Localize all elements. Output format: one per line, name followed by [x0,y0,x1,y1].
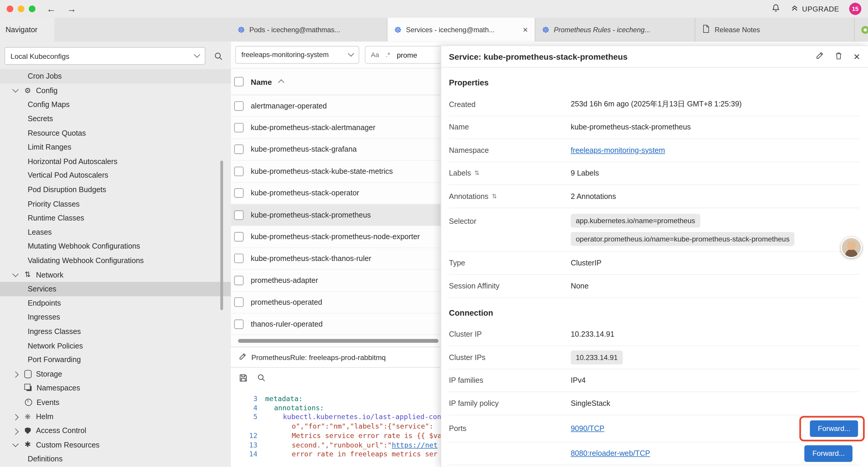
port-link[interactable]: 8080:reloader-web/TCP [571,449,650,458]
back-arrow-icon[interactable]: ← [46,4,56,13]
sidebar-item-label: Validating Webhook Configurations [28,257,144,265]
zoom-window-button[interactable] [29,6,35,12]
user-avatar[interactable] [841,237,862,258]
sidebar-item-config-maps[interactable]: Config Maps [0,97,231,112]
sidebar-item-mutating-webhook-configurations[interactable]: Mutating Webhook Configurations [0,239,231,254]
detail-value: IPv4 [571,376,859,384]
chevron-right-icon[interactable] [12,428,19,435]
delete-icon[interactable] [834,51,843,62]
sidebar-item-namespaces[interactable]: Namespaces [0,381,231,395]
sidebar-item-label: Cron Jobs [28,72,62,80]
edit-icon[interactable] [816,51,825,62]
forward-button[interactable]: Forward... [804,445,852,462]
port-link[interactable]: 9090/TCP [571,424,604,432]
tab-prometheus-rules[interactable]: ☸ Prometheus Rules - icecheng... [535,18,695,42]
sidebar-item-priority-classes[interactable]: Priority Classes [0,197,231,211]
sidebar-item-runtime-classes[interactable]: Runtime Classes [0,211,231,225]
search-icon[interactable] [210,48,226,64]
sidebar-item-leases[interactable]: Leases [0,225,231,239]
namespace-link[interactable]: freeleaps-monitoring-system [571,146,665,154]
forward-arrow-icon[interactable]: → [67,4,76,13]
minimize-window-button[interactable] [18,6,24,12]
sidebar-item-endpoints[interactable]: Endpoints [0,296,231,310]
tab-pods[interactable]: ☸ Pods - icecheng@mathmas... [231,18,387,42]
window-controls [0,6,35,12]
sidebar-item-secrets[interactable]: Secrets [0,112,231,126]
sidebar-item-ingress-classes[interactable]: Ingress Classes [0,324,231,339]
chevron-down-icon[interactable] [12,441,19,447]
sidebar-item-access-control[interactable]: Access Control [0,424,231,438]
namespace-filter-select[interactable]: freeleaps-monitoring-system [235,46,359,64]
sidebar-item-definitions[interactable]: Definitions [0,452,231,466]
chevron-right-icon[interactable] [12,414,19,420]
row-checkbox[interactable] [234,319,244,329]
clock-icon [23,399,33,406]
sidebar-item-vertical-pod-autoscalers[interactable]: Vertical Pod Autoscalers [0,169,231,183]
tab-release-notes[interactable]: Release Notes [695,18,855,42]
detail-value: 9 Labels [571,169,859,177]
sidebar-controls: Local Kubeconfigs [0,42,231,65]
close-tab-icon[interactable]: ✕ [518,26,528,33]
kubeconfig-selector[interactable]: Local Kubeconfigs [4,47,205,65]
search-icon[interactable] [257,373,266,384]
service-name: alertmanager-operated [251,102,327,110]
row-checkbox[interactable] [234,101,244,111]
row-checkbox[interactable] [234,145,244,154]
save-icon[interactable] [239,373,248,384]
regex-toggle[interactable]: .* [385,51,390,59]
detail-row-annotations: Annotations ⇅ 2 Annotations [449,185,859,208]
sidebar-scrollbar[interactable] [220,160,223,310]
row-checkbox[interactable] [234,298,244,307]
sidebar-item-horizontal-pod-autoscalers[interactable]: Horizontal Pod Autoscalers [0,154,231,169]
row-checkbox[interactable] [234,188,244,198]
close-icon[interactable]: ✕ [853,52,860,61]
detail-label: Cluster IPs [449,353,571,361]
tab-label: Release Notes [715,26,760,33]
sidebar-item-services[interactable]: Services [0,282,231,296]
sidebar-item-config[interactable]: ⚙Config [0,83,231,97]
close-window-button[interactable] [6,6,13,12]
sort-toggle-icon[interactable]: ⇅ [474,170,479,177]
row-checkbox[interactable] [234,276,244,285]
layers-icon [23,385,33,391]
sidebar-item-events[interactable]: Events [0,395,231,409]
chevron-down-icon[interactable] [12,87,19,93]
sidebar-item-cron-jobs[interactable]: Cron Jobs [0,69,231,83]
row-checkbox[interactable] [234,167,244,176]
sidebar-item-network[interactable]: ⇅Network [0,268,231,282]
sidebar-item-resource-quotas[interactable]: Resource Quotas [0,126,231,140]
detail-row-created: Created 253d 16h 6m ago (2025年1月13日 GMT+… [449,93,859,116]
bell-icon[interactable] [771,3,780,14]
column-header-name[interactable]: Name [251,77,272,86]
dock-tab-prometheusrule[interactable]: PrometheusRule: freeleaps-prod-rabbitmq [231,347,445,367]
tab-services[interactable]: ☸ Services - icecheng@math... ✕ [388,18,535,42]
upgrade-button[interactable]: UPGRADE [790,4,839,14]
tab-argo[interactable]: Argo S... [855,18,868,42]
detail-row-cluster-ip: Cluster IP 10.233.14.91 [449,323,859,346]
sidebar-item-validating-webhook-configurations[interactable]: Validating Webhook Configurations [0,254,231,268]
sidebar-item-storage[interactable]: Storage [0,367,231,381]
notification-count-badge[interactable]: 15 [849,3,861,15]
sidebar-item-label: Mutating Webhook Configurations [28,242,140,251]
row-checkbox[interactable] [234,232,244,241]
sidebar-item-network-policies[interactable]: Network Policies [0,339,231,353]
selector-badge: app.kubernetes.io/name=prometheus [571,213,700,227]
chevron-down-icon[interactable] [12,271,19,277]
row-checkbox[interactable] [234,123,244,133]
detail-label: Name [449,123,571,131]
sidebar-item-helm[interactable]: ⎈Helm [0,409,231,424]
select-all-checkbox[interactable] [234,77,244,86]
sort-ascending-icon[interactable] [278,80,284,86]
sidebar-item-ingresses[interactable]: Ingresses [0,310,231,324]
sidebar-item-limit-ranges[interactable]: Limit Ranges [0,140,231,154]
chevron-right-icon[interactable] [12,372,19,378]
row-checkbox[interactable] [234,210,244,220]
sidebar-item-port-forwarding[interactable]: Port Forwarding [0,353,231,367]
sort-toggle-icon[interactable]: ⇅ [492,193,497,200]
match-case-toggle[interactable]: Aa [371,51,379,59]
sidebar-item-pod-disruption-budgets[interactable]: Pod Disruption Budgets [0,183,231,197]
row-checkbox[interactable] [234,254,244,263]
horizontal-scrollbar[interactable] [238,339,438,343]
sidebar-item-custom-resources[interactable]: ✱Custom Resources [0,438,231,452]
forward-button[interactable]: Forward... [810,420,858,437]
